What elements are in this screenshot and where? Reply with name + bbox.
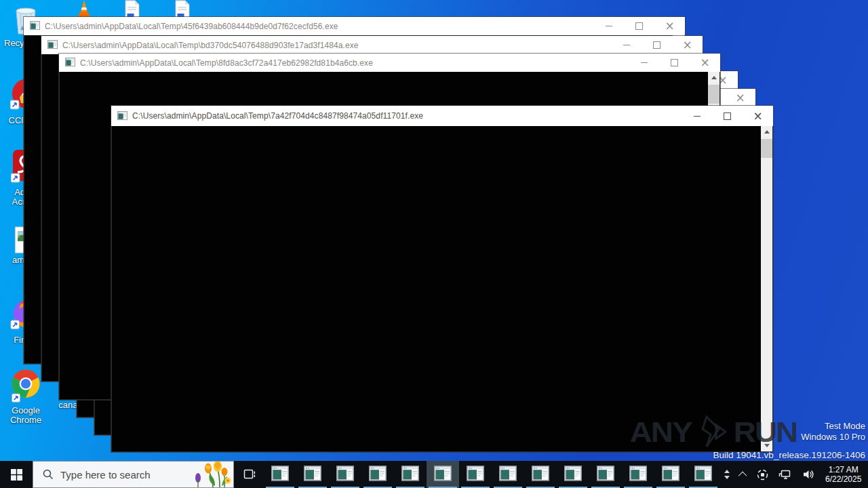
- vertical-scrollbar[interactable]: [761, 126, 772, 451]
- system-tray: 1:27 AM 6/22/2025: [736, 461, 868, 488]
- maximize-button[interactable]: [642, 36, 672, 54]
- maximize-button[interactable]: [712, 106, 743, 126]
- console-app-icon: [65, 58, 75, 68]
- close-icon: ×: [735, 92, 745, 104]
- search-input[interactable]: Type here to search: [33, 461, 234, 488]
- close-icon: ×: [665, 20, 674, 32]
- desktop: Recycle BinCCleanerAdobe AcrobatamateFir…: [0, 0, 868, 488]
- console-app-icon: [401, 466, 419, 483]
- scroll-down-icon: [764, 444, 770, 447]
- console-output-area[interactable]: [111, 126, 773, 452]
- task-view-icon: [242, 468, 256, 481]
- console-app-icon: [304, 466, 321, 483]
- close-button[interactable]: ×: [672, 36, 703, 54]
- minimize-icon: [606, 26, 612, 26]
- taskbar-overflow-arrows[interactable]: [719, 461, 734, 488]
- taskbar-app-console-13[interactable]: [654, 461, 687, 488]
- minimize-button[interactable]: [611, 36, 642, 54]
- maximize-button[interactable]: [659, 54, 690, 72]
- clock-time: 1:27 AM: [825, 465, 861, 474]
- console-app-icon: [47, 40, 58, 50]
- taskbar-app-console-3[interactable]: [329, 461, 361, 488]
- window-title-path: C:\Users\admin\AppData\Local\Temp\45f643…: [45, 22, 593, 31]
- taskbar-app-console-5[interactable]: [394, 461, 427, 488]
- maximize-icon: [653, 41, 660, 49]
- watermark-os: Windows 10 Pro: [801, 432, 865, 442]
- minimize-icon: [694, 116, 701, 117]
- window-titlebar[interactable]: C:\Users\admin\AppData\Local\Temp\bd370d…: [41, 36, 703, 54]
- show-hidden-icons-button[interactable]: [736, 461, 751, 488]
- start-button[interactable]: [0, 461, 33, 488]
- taskbar-apps: [264, 461, 719, 488]
- console-app-icon: [434, 466, 452, 483]
- maximize-icon: [635, 22, 643, 30]
- scroll-up-icon: [711, 76, 717, 79]
- taskbar-app-console-12[interactable]: [622, 461, 654, 488]
- console-app-icon: [336, 466, 354, 483]
- taskbar-app-console-7[interactable]: [459, 461, 492, 488]
- desktop-icon-vlc[interactable]: [62, 0, 106, 19]
- taskbar-app-console-8[interactable]: [492, 461, 524, 488]
- scroll-down-button[interactable]: [761, 440, 772, 451]
- console-app-icon: [117, 111, 127, 121]
- chevron-up-icon: [738, 471, 747, 480]
- windows-logo-icon: [11, 469, 22, 481]
- close-button[interactable]: ×: [654, 17, 685, 35]
- watermark-test-mode: Test Mode: [825, 421, 865, 431]
- task-view-button[interactable]: [234, 461, 264, 488]
- taskbar-clock[interactable]: 1:27 AM 6/22/2025: [820, 465, 867, 484]
- taskbar-app-console-6[interactable]: [427, 461, 459, 488]
- taskbar-app-console-10[interactable]: [557, 461, 589, 488]
- tray-cast-icon[interactable]: [751, 461, 774, 488]
- scrollbar-thumb[interactable]: [761, 139, 772, 158]
- taskbar: Type here to search: [0, 461, 868, 488]
- console-app-icon: [467, 466, 484, 483]
- taskbar-app-console-9[interactable]: [524, 461, 557, 488]
- window-controls: ×: [611, 36, 703, 54]
- taskbar-app-console-1[interactable]: [264, 461, 296, 488]
- search-icon: [43, 469, 54, 480]
- close-button[interactable]: ×: [743, 106, 773, 126]
- window-titlebar[interactable]: C:\Users\admin\AppData\Local\Temp\8fd8ac…: [59, 54, 720, 72]
- minimize-button[interactable]: [593, 17, 624, 35]
- minimize-button[interactable]: [629, 54, 659, 72]
- overflow-down-icon: [724, 476, 730, 479]
- console-app-icon: [271, 466, 289, 483]
- close-icon: ×: [700, 57, 709, 68]
- scroll-up-icon: [764, 130, 770, 134]
- close-button[interactable]: ×: [690, 54, 720, 72]
- console-app-icon: [369, 466, 387, 483]
- clock-date: 6/22/2025: [825, 474, 861, 484]
- maximize-icon: [724, 113, 731, 120]
- window-controls: ×: [682, 106, 773, 126]
- taskbar-app-console-4[interactable]: [361, 461, 394, 488]
- scroll-up-button[interactable]: [761, 126, 772, 138]
- console-app-icon: [662, 466, 679, 483]
- google-chrome-label: Google Chrome: [4, 406, 47, 425]
- network-tray-icon[interactable]: [774, 461, 797, 488]
- minimize-icon: [623, 45, 630, 45]
- taskbar-app-console-14[interactable]: [687, 461, 719, 488]
- close-icon: ×: [753, 110, 762, 122]
- taskbar-app-console-2[interactable]: [296, 461, 329, 488]
- volume-tray-icon[interactable]: [797, 461, 820, 488]
- console-app-icon: [629, 466, 647, 483]
- scroll-up-button[interactable]: [708, 72, 719, 83]
- window-controls: ×: [629, 54, 720, 72]
- window-titlebar[interactable]: C:\Users\admin\AppData\Local\Temp\7a42f7…: [111, 106, 773, 126]
- scrollbar-thumb[interactable]: [708, 85, 719, 104]
- minimize-button[interactable]: [682, 106, 712, 126]
- maximize-icon: [671, 59, 678, 66]
- close-button[interactable]: ×: [725, 89, 755, 107]
- maximize-button[interactable]: [624, 17, 654, 35]
- window-titlebar[interactable]: C:\Users\admin\AppData\Local\Temp\45f643…: [24, 17, 685, 35]
- taskbar-app-console-11[interactable]: [589, 461, 622, 488]
- console-app-icon: [597, 466, 614, 483]
- window-title-path: C:\Users\admin\AppData\Local\Temp\8fd8ac…: [80, 58, 629, 68]
- vlc-icon: [62, 0, 106, 19]
- window-title-path: C:\Users\admin\AppData\Local\Temp\7a42f7…: [132, 111, 682, 121]
- console-app-icon: [532, 466, 549, 483]
- console-app-icon: [694, 466, 712, 483]
- console-app-icon: [499, 466, 517, 483]
- window-title-path: C:\Users\admin\AppData\Local\Temp\bd370d…: [62, 41, 611, 50]
